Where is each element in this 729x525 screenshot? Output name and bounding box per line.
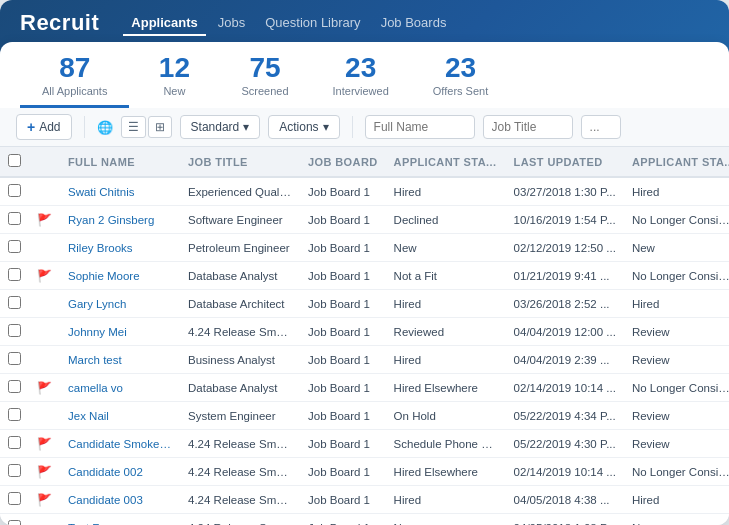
row-lastupdated: 04/05/2018 1:08 P... [506,514,624,526]
row-fullname[interactable]: Test Four [60,514,180,526]
row-checkbox[interactable] [8,464,21,477]
row-appstatus2: Review [624,430,729,458]
nav-tab-applicants[interactable]: Applicants [123,11,205,36]
row-checkbox[interactable] [8,268,21,281]
row-appstatus1: Schedule Phone Sc... [386,430,506,458]
table-row: Test Four 4.24 Release Smoke... Job Boar… [0,514,729,526]
row-checkbox-cell [0,177,29,206]
row-checkbox[interactable] [8,324,21,337]
list-view-button[interactable]: ☰ [121,116,146,138]
row-checkbox-cell [0,430,29,458]
row-fullname[interactable]: Candidate 003 [60,486,180,514]
row-checkbox[interactable] [8,352,21,365]
row-checkbox[interactable] [8,436,21,449]
table-row: Jex Nail System Engineer Job Board 1 On … [0,402,729,430]
row-appstatus2: Hired [624,486,729,514]
row-fullname[interactable]: Johnny Mei [60,318,180,346]
row-checkbox[interactable] [8,240,21,253]
stat-new[interactable]: 12 New [129,42,219,108]
stat-all-applicants[interactable]: 87 All Applicants [20,42,129,108]
row-jobboard: Job Board 1 [300,514,386,526]
actions-button[interactable]: Actions ▾ [268,115,339,139]
row-checkbox[interactable] [8,492,21,505]
table-row: 🚩 Candidate 003 4.24 Release Smoke... Jo… [0,486,729,514]
header-appstatus1[interactable]: APPLICANT STA... [386,147,506,177]
row-appstatus2: Review [624,402,729,430]
nav-tab-job-boards[interactable]: Job Boards [373,11,455,36]
row-fullname[interactable]: Jex Nail [60,402,180,430]
table-row: Riley Brooks Petroleum Engineer Job Boar… [0,234,729,262]
row-jobtitle: 4.24 Release Smoke... [180,458,300,486]
row-fullname[interactable]: Swati Chitnis [60,177,180,206]
header-top: Recruit Applicants Jobs Question Library… [20,10,709,42]
table-row: 🚩 Candidate SmokeTe... 4.24 Release Smok… [0,430,729,458]
row-checkbox[interactable] [8,520,21,525]
row-lastupdated: 02/14/2019 10:14 ... [506,374,624,402]
stat-interviewed[interactable]: 23 Interviewed [311,42,411,108]
row-fullname[interactable]: Candidate SmokeTe... [60,430,180,458]
plus-icon: + [27,119,35,135]
row-jobtitle: Experienced Qualit... [180,177,300,206]
row-fullname[interactable]: Sophie Moore [60,262,180,290]
standard-button[interactable]: Standard ▾ [180,115,261,139]
row-jobboard: Job Board 1 [300,458,386,486]
header: Recruit Applicants Jobs Question Library… [0,0,729,108]
stat-label-interviewed: Interviewed [333,85,389,97]
row-fullname[interactable]: camella vo [60,374,180,402]
row-checkbox-cell [0,402,29,430]
row-checkbox-cell [0,318,29,346]
header-lastupdated[interactable]: LAST UPDATED [506,147,624,177]
add-button[interactable]: + Add [16,114,72,140]
row-flag-cell: 🚩 [29,486,60,514]
row-checkbox[interactable] [8,212,21,225]
row-fullname[interactable]: March test [60,346,180,374]
row-jobboard: Job Board 1 [300,290,386,318]
stat-label-all: All Applicants [42,85,107,97]
row-appstatus2: New [624,514,729,526]
select-all-checkbox[interactable] [8,154,21,167]
row-flag-cell [29,234,60,262]
row-fullname[interactable]: Riley Brooks [60,234,180,262]
header-fullname[interactable]: FULL NAME [60,147,180,177]
nav-tab-question-library[interactable]: Question Library [257,11,368,36]
row-lastupdated: 04/05/2018 4:38 ... [506,486,624,514]
extra-search-input[interactable] [581,115,621,139]
nav-tab-jobs[interactable]: Jobs [210,11,253,36]
row-appstatus2: No Longer Conside... [624,262,729,290]
toolbar-separator-1 [84,116,85,138]
row-checkbox[interactable] [8,296,21,309]
row-jobboard: Job Board 1 [300,318,386,346]
row-fullname[interactable]: Gary Lynch [60,290,180,318]
header-appstatus2[interactable]: APPLICANT STA... [624,147,729,177]
flag-icon: 🚩 [37,465,52,479]
row-checkbox[interactable] [8,408,21,421]
grid-view-button[interactable]: ⊞ [148,116,172,138]
row-jobboard: Job Board 1 [300,486,386,514]
row-flag-cell [29,290,60,318]
row-fullname[interactable]: Ryan 2 Ginsberg [60,206,180,234]
fullname-search-input[interactable] [365,115,475,139]
view-icons: ☰ ⊞ [121,116,172,138]
app-title: Recruit [20,10,99,36]
stat-screened[interactable]: 75 Screened [219,42,310,108]
row-checkbox-cell [0,234,29,262]
row-appstatus1: New [386,234,506,262]
row-jobboard: Job Board 1 [300,206,386,234]
add-label: Add [39,120,60,134]
table-row: 🚩 camella vo Database Analyst Job Board … [0,374,729,402]
jobtitle-search-input[interactable] [483,115,573,139]
flag-icon: 🚩 [37,269,52,283]
stat-number-all: 87 [59,54,90,82]
row-jobboard: Job Board 1 [300,346,386,374]
row-checkbox[interactable] [8,184,21,197]
row-checkbox[interactable] [8,380,21,393]
row-jobtitle: Petroleum Engineer [180,234,300,262]
stat-offers-sent[interactable]: 23 Offers Sent [411,42,510,108]
header-jobboard[interactable]: JOB BOARD [300,147,386,177]
row-fullname[interactable]: Candidate 002 [60,458,180,486]
row-checkbox-cell [0,374,29,402]
header-jobtitle[interactable]: JOB TITLE [180,147,300,177]
table-row: 🚩 Ryan 2 Ginsberg Software Engineer Job … [0,206,729,234]
row-jobtitle: System Engineer [180,402,300,430]
flag-icon: 🚩 [37,213,52,227]
